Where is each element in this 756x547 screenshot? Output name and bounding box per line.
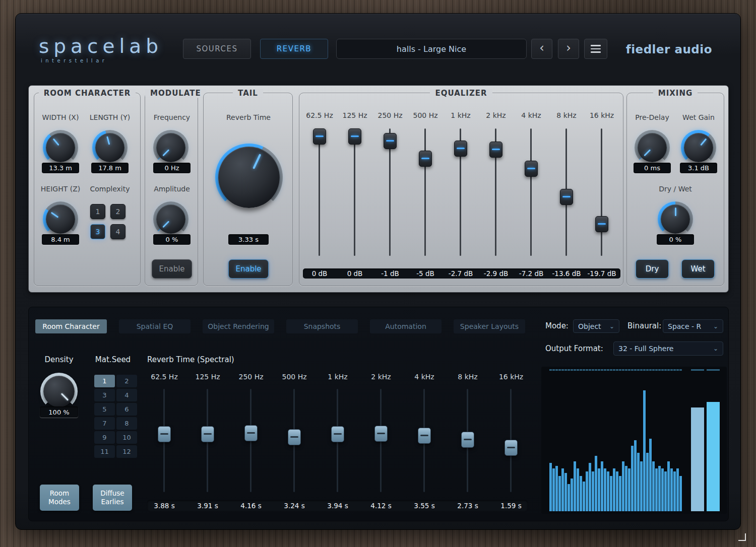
preset-next-button[interactable]: › [558,39,579,59]
diffuse-earlies-button[interactable]: Diffuse Earlies [93,485,132,511]
eq-slider-handle[interactable] [595,216,608,232]
room-modes-button[interactable]: Room Modes [40,485,79,511]
matseed-option-12[interactable]: 12 [116,445,137,458]
eq-slider-handle[interactable] [489,142,502,158]
wet-gain-value[interactable]: 3.1 dB [680,163,717,173]
eq-slider-handle[interactable] [454,141,467,157]
amplitude-value[interactable]: 0 % [153,234,191,245]
spectral-slider-handle[interactable] [201,426,214,442]
resize-corner-icon[interactable] [738,533,746,541]
matseed-option-2[interactable]: 2 [116,375,137,387]
length-knob[interactable] [95,133,124,162]
analyzer-bar [580,369,582,511]
eq-slider-handle[interactable] [384,133,397,149]
matseed-option-9[interactable]: 9 [94,431,115,444]
mode-label: Mode: [545,321,569,330]
density-value[interactable]: 100 % [40,406,78,418]
reverb-button[interactable]: REVERB [260,39,328,59]
reverb-time-knob[interactable] [218,147,280,208]
matseed-option-5[interactable]: 5 [94,403,115,416]
eq-slider-track[interactable] [530,128,532,256]
eq-slider-track[interactable] [319,128,320,256]
bar-fill [658,466,661,511]
spectral-slider-handle[interactable] [374,426,388,442]
logo-subtitle: interstellar [39,58,163,63]
matseed-option-6[interactable]: 6 [116,403,137,416]
eq-slider-handle[interactable] [313,128,326,145]
reverb-time-value[interactable]: 3.33 s [228,234,269,245]
complexity-option-2[interactable]: 2 [110,204,125,219]
spectral-slider-handle[interactable] [505,440,518,456]
matseed-option-10[interactable]: 10 [116,431,137,444]
spectral-slider-handle[interactable] [461,432,474,448]
wet-gain-label: Wet Gain [676,113,721,121]
eq-slider-handle[interactable] [560,189,573,205]
tab-automation[interactable]: Automation [370,319,442,333]
eq-slider-handle[interactable] [419,151,432,167]
bar-fill [558,476,561,512]
peak-hold-tick [589,369,591,371]
mode-dropdown[interactable]: Object ⌄ [573,319,619,333]
peak-hold-tick [652,369,655,371]
spectral-slider-handle[interactable] [158,426,171,442]
bar-fill [676,468,679,511]
pre-delay-knob[interactable] [638,133,667,162]
matseed-option-4[interactable]: 4 [116,389,137,401]
frequency-value[interactable]: 0 Hz [153,163,191,173]
tab-speaker-layouts[interactable]: Speaker Layouts [454,319,525,333]
eq-slider-track[interactable] [354,128,355,256]
length-value[interactable]: 17.8 m [91,163,129,173]
eq-slider-track[interactable] [601,128,602,256]
amplitude-knob[interactable] [156,204,185,234]
matseed-option-7[interactable]: 7 [94,417,115,430]
complexity-option-3[interactable]: 3 [90,224,105,239]
spectral-freq-label: 8 kHz [448,373,488,381]
tab-object-rendering[interactable]: Object Rendering [203,319,274,333]
dry-wet-value[interactable]: 0 % [657,234,694,245]
height-knob[interactable] [46,204,75,234]
dry-button[interactable]: Dry [636,259,669,279]
modulate-enable-button[interactable]: Enable [152,259,192,279]
spectral-slider-handle[interactable] [331,426,344,442]
tab-snapshots[interactable]: Snapshots [286,319,358,333]
tab-room-character[interactable]: Room Character [35,319,107,333]
matseed-option-3[interactable]: 3 [94,389,115,401]
density-knob[interactable] [43,376,75,407]
wet-gain-knob[interactable] [684,133,713,162]
matseed-option-1[interactable]: 1 [94,375,115,387]
width-knob[interactable] [46,133,75,162]
analyzer-bar [661,369,664,511]
sources-button[interactable]: SOURCES [183,39,251,59]
analyzer-bar [601,369,603,511]
height-value[interactable]: 8.4 m [42,234,79,245]
eq-freq-label: 62.5 Hz [302,111,337,119]
eq-slider-handle[interactable] [525,161,538,177]
spectral-slider-handle[interactable] [418,428,431,444]
analyzer-bar [658,369,661,511]
width-value[interactable]: 13.3 m [42,163,79,173]
tail-enable-button[interactable]: Enable [228,259,269,279]
spectral-slider-handle[interactable] [288,429,301,445]
matseed-option-8[interactable]: 8 [116,417,137,430]
bar-fill [616,471,618,511]
eq-slider-handle[interactable] [348,128,361,145]
complexity-option-1[interactable]: 1 [90,204,105,219]
menu-button[interactable] [584,39,607,59]
eq-slider-track[interactable] [424,128,426,256]
output-format-dropdown[interactable]: 32 - Full Sphere ⌄ [613,341,723,356]
tab-spatial-eq[interactable]: Spatial EQ [119,319,191,333]
wet-button[interactable]: Wet [681,259,715,279]
bar-fill [613,468,615,511]
frequency-knob[interactable] [156,133,185,162]
preset-prev-button[interactable]: ‹ [531,39,552,59]
bar-fill [637,453,640,511]
preset-selector[interactable]: halls - Large Nice [336,39,527,59]
complexity-option-4[interactable]: 4 [110,224,125,239]
spectral-freq-label: 250 Hz [231,373,271,381]
bar-fill [640,461,643,511]
matseed-option-11[interactable]: 11 [94,445,115,458]
pre-delay-value[interactable]: 0 ms [634,163,671,173]
binaural-dropdown[interactable]: Space - R ⌄ [663,319,723,333]
dry-wet-knob[interactable] [661,204,690,234]
spectral-slider-handle[interactable] [244,425,258,441]
